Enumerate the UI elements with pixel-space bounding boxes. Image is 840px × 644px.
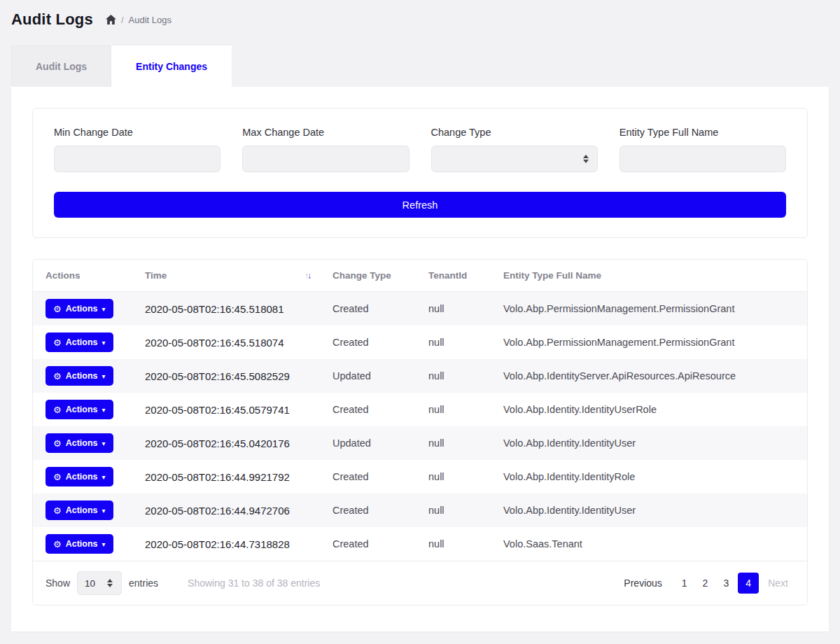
cell-tenantid: null — [420, 493, 495, 527]
cell-change-type: Created — [324, 393, 420, 426]
entity-type-label: Entity Type Full Name — [620, 127, 786, 138]
caret-down-icon: ▾ — [102, 372, 106, 380]
cell-entity-type: Volo.Abp.Identity.IdentityUser — [495, 426, 807, 460]
cell-time: 2020-05-08T02:16:45.518074 — [136, 326, 324, 359]
cell-change-type: Created — [324, 460, 420, 493]
caret-down-icon: ▾ — [102, 305, 106, 313]
home-icon[interactable] — [106, 15, 116, 24]
tab-audit-logs[interactable]: Audit Logs — [11, 46, 111, 87]
select-arrows-icon — [107, 579, 113, 587]
tabs-row: Audit Logs Entity Changes — [11, 46, 829, 87]
show-label: Show — [46, 578, 70, 589]
entity-changes-table-card: Actions Time ↑↓ Change Type TenantId Ent… — [32, 259, 808, 606]
change-type-select[interactable] — [431, 146, 598, 172]
gear-icon: ⚙ — [53, 405, 62, 414]
row-actions-button[interactable]: ⚙Actions▾ — [46, 534, 113, 554]
column-header-tenantid[interactable]: TenantId — [420, 260, 495, 292]
cell-tenantid: null — [420, 527, 495, 561]
table-row: ⚙Actions▾ 2020-05-08T02:16:44.9472706 Cr… — [33, 493, 807, 527]
cell-time: 2020-05-08T02:16:45.0579741 — [136, 393, 324, 426]
row-actions-button[interactable]: ⚙Actions▾ — [46, 332, 113, 352]
cell-entity-type: Volo.Abp.Identity.IdentityRole — [495, 460, 807, 493]
row-actions-button[interactable]: ⚙Actions▾ — [46, 433, 113, 453]
cell-tenantid: null — [420, 292, 495, 326]
caret-down-icon: ▾ — [102, 507, 106, 514]
breadcrumb: / Audit Logs — [106, 15, 172, 25]
breadcrumb-current: Audit Logs — [129, 15, 172, 25]
tab-entity-changes[interactable]: Entity Changes — [111, 46, 232, 87]
sort-icon[interactable]: ↑↓ — [304, 271, 310, 281]
row-actions-button[interactable]: ⚙Actions▾ — [46, 366, 113, 386]
pagination-next[interactable]: Next — [762, 574, 794, 592]
cell-time: 2020-05-08T02:16:45.0420176 — [136, 426, 324, 460]
column-header-actions[interactable]: Actions — [33, 260, 136, 292]
cell-change-type: Created — [324, 292, 420, 326]
caret-down-icon: ▾ — [102, 473, 106, 481]
gear-icon: ⚙ — [53, 304, 62, 314]
breadcrumb-separator: / — [121, 15, 124, 25]
table-footer: Show 10 entries Showing 31 to 38 of 38 e… — [33, 561, 807, 605]
min-change-date-label: Min Change Date — [54, 127, 220, 138]
cell-entity-type: Volo.Abp.Identity.IdentityUser — [495, 493, 807, 527]
table-row: ⚙Actions▾ 2020-05-08T02:16:45.0579741 Cr… — [33, 393, 807, 426]
row-actions-button[interactable]: ⚙Actions▾ — [46, 467, 113, 486]
page-header: Audit Logs / Audit Logs — [0, 0, 840, 37]
cell-time: 2020-05-08T02:16:44.9921792 — [136, 460, 324, 493]
column-header-entity-type[interactable]: Entity Type Full Name — [495, 260, 807, 292]
change-type-label: Change Type — [431, 127, 598, 138]
table-summary: Showing 31 to 38 of 38 entries — [188, 578, 320, 589]
entries-label: entries — [129, 578, 158, 589]
gear-icon: ⚙ — [53, 439, 62, 448]
table-row: ⚙Actions▾ 2020-05-08T02:16:44.9921792 Cr… — [33, 460, 807, 493]
min-change-date-input[interactable] — [54, 146, 220, 172]
cell-change-type: Created — [324, 527, 420, 561]
cell-tenantid: null — [420, 393, 495, 426]
cell-entity-type: Volo.Abp.PermissionManagement.Permission… — [495, 326, 807, 359]
page-size-select[interactable]: 10 — [77, 571, 122, 595]
column-header-change-type[interactable]: Change Type — [324, 260, 420, 292]
max-change-date-label: Max Change Date — [242, 127, 409, 138]
gear-icon: ⚙ — [53, 372, 62, 381]
cell-time: 2020-05-08T02:16:44.9472706 — [136, 493, 324, 527]
caret-down-icon: ▾ — [102, 540, 106, 548]
entity-type-input[interactable] — [620, 146, 786, 172]
refresh-button[interactable]: Refresh — [54, 192, 786, 218]
filter-min-change-date: Min Change Date — [54, 127, 220, 172]
cell-time: 2020-05-08T02:16:45.518081 — [136, 292, 324, 326]
filter-change-type: Change Type — [431, 127, 598, 172]
max-change-date-input[interactable] — [242, 146, 409, 172]
pagination-previous[interactable]: Previous — [617, 574, 668, 592]
entity-changes-table: Actions Time ↑↓ Change Type TenantId Ent… — [33, 260, 807, 561]
page-size-value: 10 — [85, 578, 95, 589]
row-actions-button[interactable]: ⚙Actions▾ — [46, 299, 113, 318]
caret-down-icon: ▾ — [102, 339, 106, 346]
gear-icon: ⚙ — [53, 506, 62, 515]
gear-icon: ⚙ — [53, 472, 62, 482]
gear-icon: ⚙ — [53, 540, 62, 549]
cell-entity-type: Volo.Abp.IdentityServer.ApiResources.Api… — [495, 359, 807, 393]
cell-time: 2020-05-08T02:16:45.5082529 — [136, 359, 324, 393]
pagination-page-3[interactable]: 3 — [717, 574, 735, 592]
cell-change-type: Updated — [324, 359, 420, 393]
cell-entity-type: Volo.Abp.PermissionManagement.Permission… — [495, 292, 807, 326]
table-row: ⚙Actions▾ 2020-05-08T02:16:45.518081 Cre… — [33, 292, 807, 326]
cell-time: 2020-05-08T02:16:44.7318828 — [136, 527, 324, 561]
pagination-page-1[interactable]: 1 — [676, 574, 694, 592]
cell-tenantid: null — [420, 460, 495, 493]
pagination-page-2[interactable]: 2 — [696, 574, 715, 592]
row-actions-button[interactable]: ⚙Actions▾ — [46, 400, 113, 419]
gear-icon: ⚙ — [53, 338, 62, 347]
row-actions-button[interactable]: ⚙Actions▾ — [46, 500, 113, 520]
caret-down-icon: ▾ — [102, 440, 106, 447]
filter-card: Min Change Date Max Change Date Change T… — [32, 108, 808, 238]
cell-entity-type: Volo.Abp.Identity.IdentityUserRole — [495, 393, 807, 426]
column-header-time[interactable]: Time ↑↓ — [136, 260, 324, 292]
pagination: Previous 1 2 3 4 Next — [617, 573, 794, 594]
table-row: ⚙Actions▾ 2020-05-08T02:16:45.5082529 Up… — [33, 359, 807, 393]
cell-change-type: Created — [324, 493, 420, 527]
table-header-row: Actions Time ↑↓ Change Type TenantId Ent… — [33, 260, 807, 292]
pagination-page-4-active[interactable]: 4 — [738, 573, 759, 594]
cell-change-type: Updated — [324, 426, 420, 460]
select-arrows-icon — [583, 155, 589, 163]
tab-content-panel: Min Change Date Max Change Date Change T… — [11, 87, 829, 631]
